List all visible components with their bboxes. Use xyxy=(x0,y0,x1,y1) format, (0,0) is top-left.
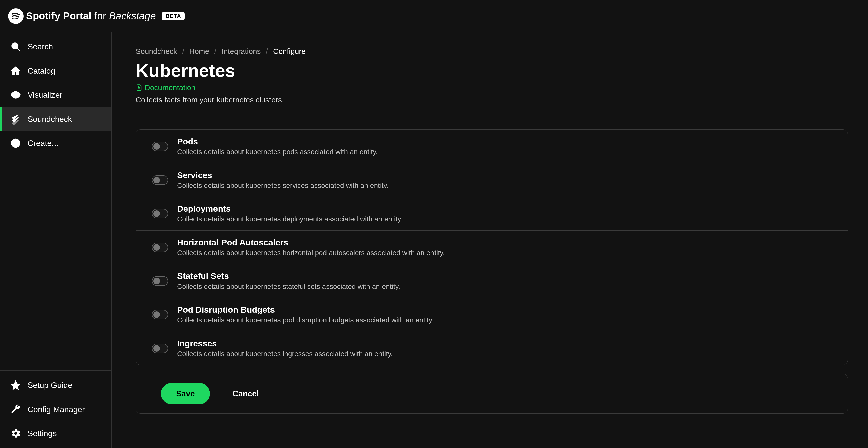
collector-title: Pods xyxy=(177,137,378,147)
plus-circle-icon xyxy=(10,138,21,149)
page-title: Kubernetes xyxy=(135,60,848,81)
breadcrumbs: Soundcheck / Home / Integrations / Confi… xyxy=(135,47,848,56)
main-content: Soundcheck / Home / Integrations / Confi… xyxy=(112,32,868,448)
svg-line-2 xyxy=(17,48,20,51)
collector-title: Deployments xyxy=(177,204,403,214)
home-icon xyxy=(10,65,21,76)
toggle-services[interactable] xyxy=(152,175,168,185)
collector-title: Horizontal Pod Autoscalers xyxy=(177,237,445,247)
save-button[interactable]: Save xyxy=(161,383,210,404)
sidebar-item-setup-guide[interactable]: Setup Guide xyxy=(0,373,111,397)
sidebar-item-label: Create... xyxy=(28,139,59,148)
sidebar-item-visualizer[interactable]: Visualizer xyxy=(0,83,111,107)
sidebar-item-catalog[interactable]: Catalog xyxy=(0,59,111,83)
collector-row-statefulsets: Stateful Sets Collects details about kub… xyxy=(136,264,848,298)
sidebar-item-search[interactable]: Search xyxy=(0,35,111,59)
breadcrumb-sep: / xyxy=(266,47,268,56)
collector-row-pods: Pods Collects details about kubernetes p… xyxy=(136,130,848,163)
spotify-logo-icon xyxy=(8,8,24,24)
collectors-panel: Pods Collects details about kubernetes p… xyxy=(135,129,848,365)
collector-desc: Collects details about kubernetes servic… xyxy=(177,182,388,190)
sidebar-item-soundcheck[interactable]: Soundcheck xyxy=(0,107,111,131)
sidebar-item-label: Visualizer xyxy=(28,90,62,100)
app-root: Spotify Portal for Backstage BETA Search xyxy=(0,0,868,448)
toggle-statefulsets[interactable] xyxy=(152,276,168,286)
toggle-hpa[interactable] xyxy=(152,243,168,252)
toggle-ingresses[interactable] xyxy=(152,344,168,353)
collector-row-pdb: Pod Disruption Budgets Collects details … xyxy=(136,298,848,331)
cancel-button[interactable]: Cancel xyxy=(232,389,259,398)
collector-body: Pod Disruption Budgets Collects details … xyxy=(177,305,434,324)
collector-body: Ingresses Collects details about kuberne… xyxy=(177,339,393,358)
search-icon xyxy=(10,41,21,52)
sidebar: Search Catalog Visualizer xyxy=(0,32,112,448)
sidebar-item-label: Soundcheck xyxy=(28,115,72,124)
collector-title: Stateful Sets xyxy=(177,271,400,281)
breadcrumb-home[interactable]: Home xyxy=(189,47,209,56)
eye-icon xyxy=(10,89,21,100)
breadcrumb-sep: / xyxy=(182,47,184,56)
gear-icon xyxy=(10,428,21,439)
collector-body: Horizontal Pod Autoscalers Collects deta… xyxy=(177,237,445,257)
collector-row-services: Services Collects details about kubernet… xyxy=(136,163,848,197)
collector-desc: Collects details about kubernetes statef… xyxy=(177,283,400,291)
breadcrumb-soundcheck[interactable]: Soundcheck xyxy=(135,47,177,56)
star-icon xyxy=(10,380,21,391)
body: Search Catalog Visualizer xyxy=(0,32,868,448)
collector-body: Pods Collects details about kubernetes p… xyxy=(177,137,378,156)
svg-point-3 xyxy=(14,94,17,96)
sidebar-item-settings[interactable]: Settings xyxy=(0,421,111,446)
toggle-pdb[interactable] xyxy=(152,310,168,319)
collector-row-ingresses: Ingresses Collects details about kuberne… xyxy=(136,331,848,365)
actions-panel: Save Cancel xyxy=(135,374,848,414)
sidebar-item-label: Config Manager xyxy=(28,405,85,414)
collector-body: Stateful Sets Collects details about kub… xyxy=(177,271,400,291)
breadcrumb-sep: / xyxy=(215,47,217,56)
topbar: Spotify Portal for Backstage BETA xyxy=(0,0,868,32)
collector-row-deployments: Deployments Collects details about kuber… xyxy=(136,197,848,230)
sidebar-item-config-manager[interactable]: Config Manager xyxy=(0,397,111,421)
documentation-label: Documentation xyxy=(145,84,195,92)
beta-badge: BETA xyxy=(162,12,185,20)
sidebar-bottom: Setup Guide Config Manager Settings xyxy=(0,371,111,448)
toggle-deployments[interactable] xyxy=(152,209,168,219)
sidebar-item-create[interactable]: Create... xyxy=(0,131,111,155)
brand: Spotify Portal for Backstage BETA xyxy=(8,8,185,24)
breadcrumb-configure: Configure xyxy=(273,47,306,56)
collector-desc: Collects details about kubernetes pods a… xyxy=(177,148,378,156)
documentation-link[interactable]: Documentation xyxy=(135,84,195,92)
collector-title: Ingresses xyxy=(177,339,393,348)
svg-point-1 xyxy=(12,43,18,49)
doc-icon xyxy=(135,84,143,91)
collector-title: Pod Disruption Budgets xyxy=(177,305,434,315)
collector-desc: Collects details about kubernetes ingres… xyxy=(177,350,393,358)
toggle-pods[interactable] xyxy=(152,141,168,151)
wrench-icon xyxy=(10,404,21,415)
collector-title: Services xyxy=(177,170,388,180)
collector-desc: Collects details about kubernetes deploy… xyxy=(177,215,403,223)
sidebar-item-label: Settings xyxy=(28,429,57,438)
breadcrumb-integrations[interactable]: Integrations xyxy=(221,47,261,56)
check-layers-icon xyxy=(10,114,21,125)
sidebar-item-label: Catalog xyxy=(28,66,55,75)
page-description: Collects facts from your kubernetes clus… xyxy=(135,96,848,104)
collector-desc: Collects details about kubernetes horizo… xyxy=(177,249,445,257)
collector-body: Deployments Collects details about kuber… xyxy=(177,204,403,223)
collector-body: Services Collects details about kubernet… xyxy=(177,170,388,190)
brand-name-light: for Backstage xyxy=(94,10,156,22)
sidebar-top: Search Catalog Visualizer xyxy=(0,32,111,371)
collector-desc: Collects details about kubernetes pod di… xyxy=(177,316,434,324)
collector-row-hpa: Horizontal Pod Autoscalers Collects deta… xyxy=(136,230,848,264)
brand-text: Spotify Portal for Backstage xyxy=(26,10,156,22)
sidebar-item-label: Setup Guide xyxy=(28,381,72,390)
brand-name-bold: Spotify Portal xyxy=(26,10,91,22)
sidebar-item-label: Search xyxy=(28,42,53,52)
